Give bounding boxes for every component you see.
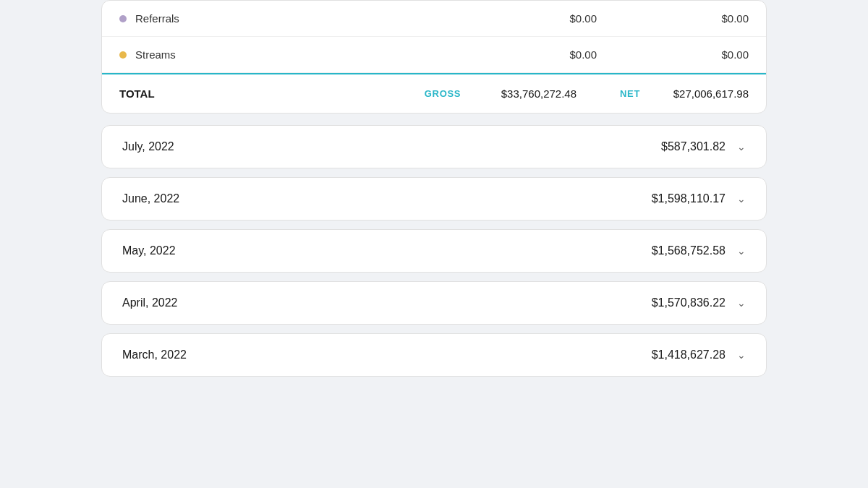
streams-row: Streams $0.00 $0.00: [102, 37, 766, 73]
monthly-card[interactable]: June, 2022$1,598,110.17⌄: [101, 177, 767, 221]
monthly-cards-container: July, 2022$587,301.82⌄June, 2022$1,598,1…: [101, 125, 767, 377]
monthly-label: May, 2022: [122, 244, 652, 257]
monthly-card[interactable]: July, 2022$587,301.82⌄: [101, 125, 767, 168]
chevron-down-icon: ⌄: [737, 349, 746, 361]
monthly-label: July, 2022: [122, 140, 661, 153]
page-container: Referrals $0.00 $0.00 Streams $0.00 $0.0…: [0, 0, 868, 488]
streams-net: $0.00: [655, 48, 749, 61]
summary-card: Referrals $0.00 $0.00 Streams $0.00 $0.0…: [101, 0, 767, 114]
monthly-amount: $1,418,627.28: [652, 348, 726, 361]
monthly-card[interactable]: March, 2022$1,418,627.28⌄: [101, 333, 767, 377]
total-gross-value: $33,760,272.48: [468, 87, 576, 100]
chevron-down-icon: ⌄: [737, 141, 746, 153]
referrals-gross: $0.00: [467, 12, 597, 25]
chevron-down-icon: ⌄: [737, 297, 746, 309]
referrals-dot: [119, 15, 127, 22]
total-row: TOTAL GROSS $33,760,272.48 NET $27,006,6…: [102, 73, 766, 113]
monthly-label: June, 2022: [122, 192, 652, 205]
streams-gross: $0.00: [467, 48, 597, 61]
total-label: TOTAL: [119, 87, 425, 100]
monthly-amount: $1,568,752.58: [652, 244, 726, 257]
total-net-label: NET: [620, 88, 640, 99]
chevron-down-icon: ⌄: [737, 245, 746, 257]
monthly-amount: $587,301.82: [661, 140, 726, 153]
monthly-amount: $1,598,110.17: [652, 192, 726, 205]
streams-label: Streams: [135, 48, 467, 61]
total-gross-label: GROSS: [425, 88, 461, 99]
chevron-down-icon: ⌄: [737, 193, 746, 205]
monthly-card[interactable]: May, 2022$1,568,752.58⌄: [101, 229, 767, 273]
monthly-amount: $1,570,836.22: [652, 296, 726, 309]
monthly-label: April, 2022: [122, 296, 652, 309]
streams-dot: [119, 51, 127, 59]
monthly-card[interactable]: April, 2022$1,570,836.22⌄: [101, 281, 767, 325]
referrals-label: Referrals: [135, 12, 467, 25]
total-net-value: $27,006,617.98: [647, 87, 749, 100]
referrals-row: Referrals $0.00 $0.00: [102, 1, 766, 37]
monthly-label: March, 2022: [122, 348, 652, 361]
referrals-net: $0.00: [655, 12, 749, 25]
